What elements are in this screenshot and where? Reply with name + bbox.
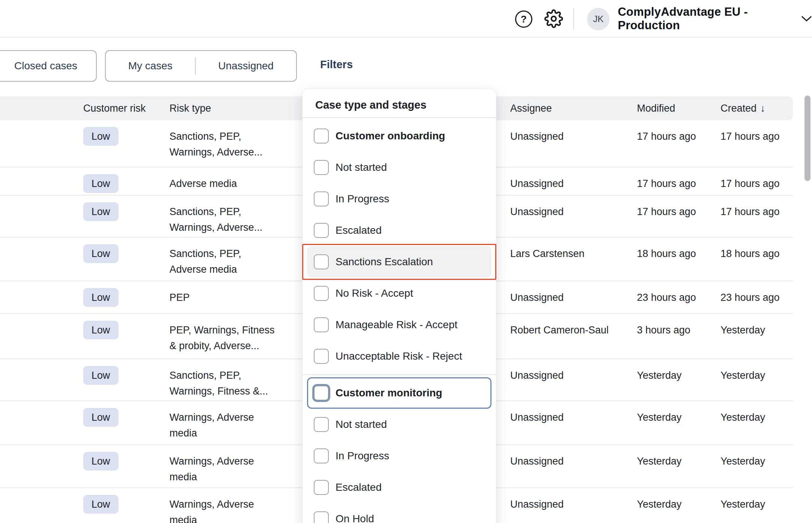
filter-option-label: In Progress: [336, 450, 389, 462]
filters-button[interactable]: Filters: [320, 58, 353, 71]
tab-unassigned[interactable]: Unassigned: [196, 51, 296, 81]
column-header-assignee[interactable]: Assignee: [510, 103, 637, 114]
filter-option-label: Escalated: [336, 224, 382, 236]
filter-option-in-progress-2[interactable]: In Progress: [307, 440, 491, 472]
checkbox[interactable]: [314, 286, 329, 301]
filter-option-not-started-2[interactable]: Not started: [307, 409, 491, 440]
tab-my-cases[interactable]: My cases: [106, 51, 195, 81]
risk-badge: Low: [83, 408, 118, 427]
cell-assignee: Unassigned: [510, 401, 637, 444]
risk-badge: Low: [83, 202, 118, 221]
chevron-down-icon: [801, 15, 812, 22]
cell-modified: 23 hours ago: [637, 281, 721, 313]
cell-created: 18 hours ago: [721, 238, 793, 281]
cell-assignee: Unassigned: [510, 359, 637, 400]
filter-option-no-risk-accept[interactable]: No Risk - Accept: [307, 278, 491, 309]
cases-page: Customer risk Risk type Assignee Modifie…: [0, 0, 812, 523]
checkbox[interactable]: [314, 191, 329, 206]
column-header-created-label: Created: [721, 103, 757, 114]
checkbox[interactable]: [314, 417, 329, 432]
cell-modified: 17 hours ago: [637, 196, 721, 237]
filter-option-customer-monitoring[interactable]: Customer monitoring: [307, 377, 491, 409]
cell-assignee: Unassigned: [510, 196, 637, 237]
checkbox[interactable]: [314, 160, 329, 175]
cell-modified: 18 hours ago: [637, 238, 721, 281]
risk-badge: Low: [83, 495, 118, 514]
filter-option-label: Unacceptable Risk - Reject: [336, 350, 462, 362]
cell-assignee: Unassigned: [510, 281, 637, 313]
filter-option-label: Customer monitoring: [336, 387, 442, 399]
filter-option-escalated[interactable]: Escalated: [307, 215, 491, 246]
cell-created: 17 hours ago: [721, 167, 793, 195]
risk-badge: Low: [83, 452, 118, 471]
risk-badge: Low: [83, 174, 118, 193]
workspace-name: ComplyAdvantage EU - Production: [618, 5, 794, 32]
cell-created: 17 hours ago: [721, 196, 793, 237]
cell-assignee: Unassigned: [510, 120, 637, 167]
avatar[interactable]: JK: [587, 8, 610, 30]
cell-assignee: Unassigned: [510, 167, 637, 195]
checkbox[interactable]: [314, 448, 329, 463]
cell-created: 23 hours ago: [721, 281, 793, 313]
filter-option-manageable-risk-accept[interactable]: Manageable Risk - Accept: [307, 309, 491, 341]
cell-assignee: Robert Cameron-Saul: [510, 314, 637, 359]
risk-badge: Low: [83, 127, 118, 146]
checkbox[interactable]: [314, 349, 329, 364]
column-header-modified[interactable]: Modified: [637, 103, 721, 114]
cell-modified: Yesterday: [637, 445, 721, 487]
checkbox[interactable]: [314, 511, 329, 523]
checkbox[interactable]: [314, 129, 329, 143]
filter-option-sanctions-escalation[interactable]: Sanctions Escalation: [307, 246, 491, 278]
column-header-customer-risk[interactable]: Customer risk: [83, 103, 169, 114]
checkbox[interactable]: [314, 480, 329, 495]
cell-modified: 3 hours ago: [637, 314, 721, 359]
settings-gear-icon[interactable]: [544, 9, 563, 28]
vertical-scrollbar-thumb[interactable]: [805, 96, 811, 181]
checkbox[interactable]: [314, 386, 329, 400]
filter-option-label: On Hold: [336, 513, 374, 523]
tab-closed-cases[interactable]: Closed cases: [0, 50, 97, 82]
column-header-created[interactable]: Created↓: [721, 103, 793, 114]
risk-badge: Low: [83, 244, 118, 263]
cell-assignee: Unassigned: [510, 488, 637, 523]
cell-modified: 17 hours ago: [637, 120, 721, 167]
sort-desc-icon: ↓: [760, 103, 766, 114]
cell-modified: Yesterday: [637, 401, 721, 444]
tab-closed-cases-label: Closed cases: [14, 60, 77, 72]
cell-created: Yesterday: [721, 359, 793, 400]
filter-option-unacceptable-risk-reject[interactable]: Unacceptable Risk - Reject: [307, 341, 491, 372]
filter-option-label: In Progress: [336, 193, 389, 205]
cell-assignee: Unassigned: [510, 445, 637, 487]
filter-options-list: Customer onboarding Not started In Progr…: [303, 118, 496, 523]
cell-created: Yesterday: [721, 314, 793, 359]
help-icon[interactable]: ?: [515, 10, 532, 28]
filter-option-label: Customer onboarding: [336, 130, 445, 142]
workspace-switcher[interactable]: ComplyAdvantage EU - Production: [618, 0, 812, 37]
filter-option-in-progress[interactable]: In Progress: [307, 183, 491, 215]
cell-created: 17 hours ago: [721, 120, 793, 167]
filter-option-label: Escalated: [336, 481, 382, 493]
filter-panel-title: Case type and stages: [303, 89, 496, 117]
checkbox[interactable]: [314, 254, 329, 269]
tab-group: My cases Unassigned: [105, 50, 297, 82]
filter-option-label: Not started: [336, 161, 387, 173]
cell-modified: Yesterday: [637, 359, 721, 400]
filter-panel-case-type-and-stages: Case type and stages Customer onboarding…: [302, 88, 496, 523]
top-bar: ? JK ComplyAdvantage EU - Production: [0, 0, 812, 37]
cell-assignee: Lars Carstensen: [510, 238, 637, 281]
checkbox[interactable]: [314, 223, 329, 238]
risk-badge: Low: [83, 321, 118, 339]
cell-created: Yesterday: [721, 401, 793, 444]
filter-option-on-hold[interactable]: On Hold: [307, 503, 491, 523]
topbar-divider: [573, 8, 574, 30]
cell-modified: 17 hours ago: [637, 167, 721, 195]
cell-created: Yesterday: [721, 445, 793, 487]
checkbox[interactable]: [314, 317, 329, 332]
filter-option-customer-onboarding[interactable]: Customer onboarding: [307, 120, 491, 152]
filter-option-not-started[interactable]: Not started: [307, 152, 491, 183]
filter-option-label: Manageable Risk - Accept: [336, 319, 457, 331]
cell-modified: Yesterday: [637, 488, 721, 523]
filter-group-separator: [303, 374, 496, 375]
tab-unassigned-label: Unassigned: [218, 60, 274, 72]
filter-option-escalated-2[interactable]: Escalated: [307, 472, 491, 503]
